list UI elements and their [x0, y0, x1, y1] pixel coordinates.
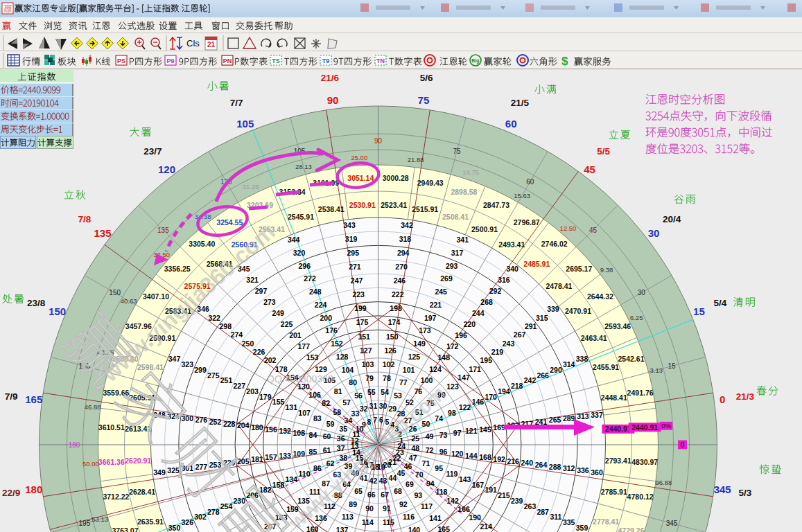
svg-text:180: 180: [251, 423, 263, 432]
svg-text:345: 345: [666, 520, 678, 527]
svg-text:49: 49: [426, 432, 434, 441]
svg-text:P9: P9: [166, 57, 174, 64]
svg-text:72: 72: [426, 446, 434, 454]
svg-text:165: 165: [25, 393, 42, 405]
svg-text:2628.41: 2628.41: [129, 488, 155, 496]
svg-text:216: 216: [507, 457, 519, 466]
svg-text:120: 120: [451, 450, 464, 458]
svg-text:350: 350: [168, 524, 181, 532]
svg-text:33: 33: [351, 409, 360, 418]
svg-text:200: 200: [320, 314, 333, 322]
svg-text:25: 25: [411, 434, 419, 443]
svg-text:133: 133: [279, 452, 291, 460]
svg-text:141: 141: [429, 514, 442, 522]
svg-text:96: 96: [439, 447, 448, 456]
svg-text:3.13: 3.13: [650, 366, 663, 374]
svg-text:314: 314: [563, 360, 575, 369]
svg-text:2440.91: 2440.91: [631, 423, 658, 432]
svg-text:291: 291: [525, 322, 537, 330]
svg-text:66: 66: [367, 490, 376, 499]
svg-text:7: 7: [373, 416, 377, 424]
svg-text:91: 91: [383, 504, 391, 513]
svg-text:341: 341: [457, 236, 469, 244]
svg-text:150: 150: [386, 332, 399, 341]
svg-text:172: 172: [446, 342, 459, 351]
svg-text:198: 198: [390, 304, 402, 312]
svg-text:3661.36: 3661.36: [98, 458, 125, 466]
svg-text:224: 224: [315, 301, 327, 309]
svg-text:275: 275: [207, 371, 220, 380]
svg-text:298: 298: [220, 322, 232, 330]
svg-text:50.00: 50.00: [82, 460, 99, 468]
svg-text:115: 115: [383, 518, 394, 526]
svg-text:0%: 0%: [661, 422, 671, 429]
svg-text:48: 48: [411, 444, 419, 452]
svg-text:219: 219: [491, 348, 504, 356]
svg-text:22/9: 22/9: [2, 488, 20, 498]
svg-text:82: 82: [322, 399, 330, 407]
svg-text:2613.41: 2613.41: [125, 425, 151, 433]
svg-text:300: 300: [182, 414, 194, 423]
svg-text:199: 199: [354, 304, 367, 312]
svg-text:31.25: 31.25: [243, 183, 259, 190]
svg-text:86: 86: [313, 464, 322, 472]
svg-text:2598.41: 2598.41: [137, 363, 164, 371]
svg-text:2796.87: 2796.87: [514, 218, 540, 227]
svg-text:70: 70: [415, 470, 424, 479]
svg-text:347: 347: [168, 355, 181, 363]
svg-text:96.88: 96.88: [656, 479, 672, 486]
svg-text:340: 340: [506, 265, 518, 273]
svg-text:320: 320: [293, 249, 306, 257]
svg-text:31: 31: [369, 402, 378, 410]
svg-text:243: 243: [503, 339, 515, 348]
svg-text:3763.07: 3763.07: [112, 526, 139, 532]
svg-text:84: 84: [309, 431, 317, 439]
svg-text:5/6: 5/6: [420, 73, 433, 83]
svg-text:60: 60: [526, 178, 534, 186]
svg-text:3051.14: 3051.14: [347, 174, 374, 182]
svg-text:68: 68: [394, 487, 402, 495]
svg-text:214: 214: [480, 522, 493, 531]
svg-text:230: 230: [234, 497, 246, 505]
svg-text:176: 176: [325, 326, 338, 335]
svg-text:46: 46: [404, 462, 412, 470]
svg-text:344: 344: [288, 236, 300, 244]
svg-text:75: 75: [418, 94, 430, 106]
svg-text:246: 246: [394, 276, 406, 285]
svg-text:90: 90: [365, 504, 374, 513]
svg-text:74: 74: [435, 414, 443, 423]
svg-text:3000.28: 3000.28: [383, 174, 409, 182]
svg-text:2523.41: 2523.41: [381, 201, 407, 209]
svg-text:225: 225: [281, 320, 293, 328]
svg-text:44: 44: [388, 474, 396, 482]
svg-text:30: 30: [379, 402, 387, 410]
svg-text:288: 288: [549, 463, 561, 471]
svg-text:250: 250: [242, 339, 254, 348]
svg-text:2898.58: 2898.58: [451, 188, 477, 196]
svg-text:100: 100: [421, 376, 433, 384]
svg-text:Cls: Cls: [186, 38, 200, 48]
svg-text:203: 203: [246, 387, 259, 396]
svg-text:218: 218: [511, 382, 523, 390]
svg-text:28.13: 28.13: [295, 163, 312, 170]
svg-text:75: 75: [453, 148, 461, 155]
svg-text:2949.43: 2949.43: [417, 179, 444, 187]
svg-text:12.50: 12.50: [560, 224, 577, 232]
svg-text:3254.55: 3254.55: [216, 218, 243, 227]
svg-text:2500.91: 2500.91: [471, 225, 498, 233]
svg-text:2635.91: 2635.91: [137, 517, 164, 526]
svg-text:67: 67: [381, 490, 389, 499]
svg-text:322: 322: [208, 314, 220, 322]
svg-text:132: 132: [279, 427, 291, 435]
svg-text:0: 0: [720, 393, 725, 405]
svg-text:56: 56: [354, 391, 363, 400]
svg-text:2491.76: 2491.76: [627, 389, 654, 397]
svg-text:2515.91: 2515.91: [412, 205, 438, 213]
svg-text:21/5: 21/5: [511, 98, 530, 108]
svg-text:360: 360: [591, 468, 603, 477]
svg-text:119: 119: [446, 470, 457, 478]
svg-text:110: 110: [299, 470, 311, 478]
svg-text:60: 60: [505, 118, 517, 130]
svg-text:21.88: 21.88: [408, 156, 424, 163]
svg-text:3356.25: 3356.25: [164, 265, 191, 273]
